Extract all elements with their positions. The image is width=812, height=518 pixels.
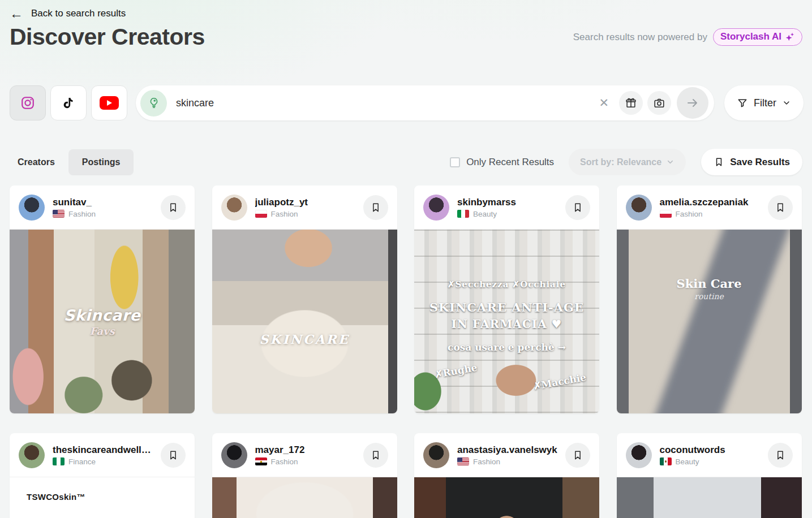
creator-card: mayar_172Fashion: [212, 433, 397, 518]
media-overlay-text: TSWCOskin™: [27, 492, 85, 502]
card-header: anastasiya.vanelswykFashion: [414, 433, 599, 477]
tiktok-platform-button[interactable]: [50, 85, 87, 120]
page-header: ← Back to search results Discover Creato…: [10, 0, 802, 50]
flag-egypt-icon: [255, 457, 267, 465]
creator-card: coconutwordsBeauty: [617, 433, 802, 518]
flag-poland-icon: [255, 210, 267, 218]
media-overlay-text: ✗Rughe: [434, 361, 478, 380]
bookmark-button[interactable]: [161, 195, 186, 220]
bookmark-icon: [370, 202, 381, 213]
flag-usa-icon: [457, 457, 469, 465]
creator-avatar[interactable]: [423, 195, 449, 221]
only-recent-toggle[interactable]: Only Recent Results: [450, 157, 554, 168]
filter-label: Filter: [754, 97, 776, 109]
media-overlay-text: Favs: [89, 325, 114, 337]
ai-suggestion-bulb-icon: [140, 90, 167, 116]
card-header: coconutwordsBeauty: [617, 433, 802, 477]
creator-avatar[interactable]: [423, 442, 449, 468]
bookmark-icon: [370, 450, 381, 461]
tiktok-icon: [62, 96, 75, 110]
powered-by-text: Search results now powered by: [573, 32, 707, 43]
flag-poland-icon: [660, 210, 672, 218]
creator-avatar[interactable]: [221, 442, 247, 468]
post-media[interactable]: TSWCOskin™: [10, 477, 195, 518]
card-header: amelia.szczepaniakFashion: [617, 185, 802, 230]
image-search-button[interactable]: [647, 91, 671, 115]
tab-creators[interactable]: Creators: [10, 149, 63, 175]
bookmark-icon: [775, 202, 786, 213]
back-link[interactable]: Back to search results: [31, 8, 126, 19]
media-overlay-text: routine: [694, 292, 724, 301]
media-overlay-text: ✗Macchie: [532, 372, 587, 392]
creator-category: Finance: [68, 457, 96, 466]
sort-dropdown[interactable]: Sort by: Relevance: [569, 149, 686, 175]
save-results-button[interactable]: Save Results: [701, 149, 802, 175]
creator-avatar[interactable]: [626, 442, 652, 468]
search-submit-button[interactable]: [677, 87, 708, 119]
gift-button[interactable]: [619, 91, 643, 115]
creator-card: juliapotz_ytFashionSKINCARE: [212, 185, 397, 413]
bookmark-button[interactable]: [161, 443, 186, 468]
post-media[interactable]: ✗Secchezza ✗OcchiaieSKINCARE ANTI-AGEIN …: [414, 230, 599, 413]
post-media[interactable]: Skin Careroutine: [617, 230, 802, 413]
creator-username[interactable]: coconutwords: [660, 444, 762, 456]
creator-avatar[interactable]: [626, 195, 652, 221]
creator-card: skinbymarssBeauty✗Secchezza ✗OcchiaieSKI…: [414, 185, 599, 413]
post-media[interactable]: SKINCARE: [212, 230, 397, 413]
creator-username[interactable]: amelia.szczepaniak: [660, 197, 762, 208]
media-overlay-text: Skin Care: [676, 277, 741, 291]
bookmark-button[interactable]: [363, 443, 388, 468]
chevron-down-icon: [666, 158, 674, 166]
only-recent-checkbox[interactable]: [450, 157, 460, 167]
creator-card: sunitav_FashionSkincareFavs: [10, 185, 195, 413]
ai-badge-label: Storyclash AI: [720, 31, 781, 42]
creator-category: Beauty: [676, 457, 699, 466]
tab-postings[interactable]: Postings: [68, 149, 134, 175]
youtube-platform-button[interactable]: [91, 85, 127, 120]
creator-username[interactable]: anastasiya.vanelswyk: [457, 444, 559, 456]
youtube-icon: [100, 96, 119, 110]
creator-card: theskincareandwellnes…FinanceTSWCOskin™: [10, 433, 195, 518]
bookmark-button[interactable]: [565, 195, 590, 220]
post-media[interactable]: [212, 477, 397, 518]
creator-card: anastasiya.vanelswykFashion: [414, 433, 599, 518]
post-media[interactable]: SkincareFavs: [10, 230, 195, 413]
media-overlay-text: Skincare: [64, 307, 141, 324]
page-title: Discover Creators: [10, 24, 205, 50]
creator-username[interactable]: theskincareandwellnes…: [53, 444, 154, 456]
creator-category: Beauty: [473, 210, 497, 218]
creator-category: Fashion: [271, 457, 298, 466]
creator-avatar[interactable]: [19, 195, 45, 221]
bookmark-button[interactable]: [565, 443, 590, 468]
media-overlay-text: SKINCARE: [259, 332, 349, 347]
instagram-icon: [20, 96, 35, 110]
creator-username[interactable]: juliapotz_yt: [255, 197, 357, 208]
creator-username[interactable]: mayar_172: [255, 444, 357, 456]
post-media[interactable]: [414, 477, 599, 518]
bookmark-button[interactable]: [768, 443, 793, 468]
back-row: ← Back to search results: [10, 0, 802, 21]
gift-icon: [625, 97, 637, 109]
creator-category: Fashion: [68, 210, 96, 218]
creator-avatar[interactable]: [221, 195, 247, 221]
bookmark-button[interactable]: [363, 195, 388, 220]
bookmark-icon: [167, 202, 179, 213]
media-overlay-text: IN FARMACIA ♥: [451, 317, 562, 331]
media-overlay-text: cosa usare e perchè →: [448, 342, 566, 353]
flag-mexico-icon: [660, 457, 672, 465]
search-bar[interactable]: ✕: [136, 85, 714, 120]
filter-button[interactable]: Filter: [724, 85, 804, 120]
creator-username[interactable]: sunitav_: [53, 197, 154, 208]
creator-username[interactable]: skinbymarss: [457, 197, 559, 208]
post-media[interactable]: [617, 477, 802, 518]
sparkle-icon: [785, 32, 795, 42]
clear-search-button[interactable]: ✕: [593, 96, 615, 110]
platform-switcher: [10, 85, 127, 120]
bookmark-button[interactable]: [768, 195, 793, 220]
chevron-down-icon: [782, 98, 791, 107]
instagram-platform-button[interactable]: [10, 85, 46, 120]
back-arrow-icon[interactable]: ←: [10, 7, 23, 20]
flag-usa-icon: [53, 210, 65, 218]
creator-avatar[interactable]: [19, 442, 45, 468]
search-input[interactable]: [176, 97, 593, 109]
